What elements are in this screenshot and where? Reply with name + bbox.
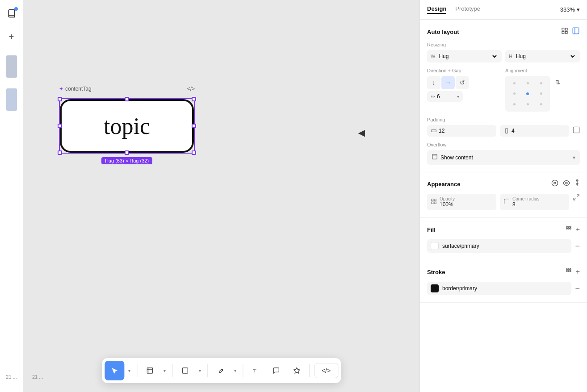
fill-header-icons: + <box>565 225 580 234</box>
align-ml[interactable] <box>508 89 520 98</box>
handle-mr[interactable] <box>192 124 196 128</box>
fill-title: Fill <box>427 226 436 233</box>
gap-field[interactable]: ⇔ 6 ▾ <box>427 91 463 102</box>
divider-4 <box>243 364 243 377</box>
shape-dropdown[interactable]: ▾ <box>196 361 205 380</box>
height-label: H <box>509 54 512 59</box>
alignment-label: Alignment <box>505 68 580 73</box>
select-dropdown[interactable]: ▾ <box>125 361 134 380</box>
direction-alignment-row: Direction + Gap ↓ → ↺ ⇔ 6 ▾ Alignment <box>427 68 580 112</box>
component-label-text: contentTag <box>65 86 92 92</box>
appearance-blend-icon[interactable] <box>574 179 580 188</box>
stroke-color-swatch <box>431 284 439 292</box>
opacity-field[interactable]: Opacity 100% <box>427 194 496 210</box>
handle-tm[interactable] <box>125 97 129 101</box>
dir-down-btn[interactable]: ↓ <box>427 76 440 89</box>
corner-icon <box>503 198 510 206</box>
bottom-toolbar: ▾ ▾ ▾ ▾ <box>102 358 341 383</box>
auto-layout-layout-icon[interactable] <box>572 27 580 37</box>
canvas-area: ✦ contentTag </> topic Hug (63) × Hug (3… <box>23 0 419 392</box>
horizontal-padding-field[interactable]: 12 <box>427 125 496 137</box>
text-tool-button[interactable]: T <box>246 361 265 380</box>
auto-layout-grid-icon[interactable] <box>561 27 568 36</box>
comment-tool-button[interactable] <box>266 361 286 380</box>
fill-add-icon[interactable]: + <box>576 225 580 234</box>
divider-2 <box>172 364 172 377</box>
alignment-group: Alignment ⇅ <box>505 68 580 112</box>
appearance-visibility-icon[interactable] <box>563 179 570 188</box>
svg-point-36 <box>568 269 569 270</box>
frame-tool-button[interactable] <box>140 361 159 380</box>
handle-bm[interactable] <box>125 150 129 155</box>
svg-point-40 <box>570 271 571 272</box>
divider-1 <box>137 364 137 377</box>
align-mm[interactable] <box>521 89 534 98</box>
height-field[interactable]: H Hug Fixed Fill <box>505 50 580 63</box>
v-padding-icon <box>503 128 510 134</box>
handle-ml[interactable] <box>58 124 62 128</box>
component-code-icon[interactable]: </> <box>187 86 195 92</box>
divider-3 <box>207 364 208 377</box>
handle-br[interactable] <box>192 150 196 155</box>
appearance-mask-icon[interactable] <box>551 179 558 188</box>
panel-header: Design Prototype 333% ▾ <box>420 0 587 20</box>
width-field[interactable]: W Hug Fixed Fill <box>427 50 502 63</box>
width-select[interactable]: Hug Fixed Fill <box>437 53 498 60</box>
add-icon[interactable]: + <box>4 29 20 45</box>
overflow-dropdown[interactable]: Show content ▾ <box>427 150 580 165</box>
align-bm[interactable] <box>521 100 534 109</box>
resizing-row: W Hug Fixed Fill H Hug Fixed Fill <box>427 50 580 63</box>
shape-tool-button[interactable] <box>175 361 195 380</box>
fill-color-name: surface/primary <box>442 243 479 249</box>
vertical-padding-field[interactable]: 4 <box>500 125 569 137</box>
align-adjust-icon[interactable]: ⇅ <box>553 76 563 88</box>
select-tool-button[interactable] <box>105 361 124 380</box>
align-br[interactable] <box>535 100 547 109</box>
align-mr[interactable] <box>535 89 547 98</box>
handle-bl[interactable] <box>58 150 62 155</box>
handle-tr[interactable] <box>192 97 196 101</box>
svg-rect-8 <box>565 31 567 33</box>
canvas-component[interactable]: ✦ contentTag </> topic Hug (63) × Hug (3… <box>59 98 195 154</box>
dir-right-btn[interactable]: → <box>441 76 455 89</box>
stroke-add-icon[interactable]: + <box>576 268 580 276</box>
stroke-color-container[interactable]: border/primary <box>427 282 571 295</box>
corner-radius-field[interactable]: Corner radius 8 <box>500 194 569 210</box>
link-padding-icon[interactable] <box>573 126 580 135</box>
height-select[interactable]: Hug Fixed Fill <box>514 53 576 60</box>
component-label-icon: ✦ <box>59 86 63 92</box>
pen-tool-button[interactable] <box>210 361 230 380</box>
code-button[interactable]: </> <box>314 363 338 378</box>
align-tl[interactable] <box>508 79 520 88</box>
component-frame[interactable]: topic Hug (63) × Hug (32) <box>59 98 195 154</box>
svg-point-32 <box>566 228 567 229</box>
align-tm[interactable] <box>521 79 534 88</box>
fill-styles-icon[interactable] <box>565 225 572 234</box>
svg-point-30 <box>568 226 569 228</box>
handle-tl[interactable] <box>58 97 62 101</box>
align-bl[interactable] <box>508 100 520 109</box>
padding-row: 12 4 <box>427 125 580 137</box>
tab-design[interactable]: Design <box>427 5 446 14</box>
tab-prototype[interactable]: Prototype <box>455 5 480 14</box>
book-icon[interactable] <box>4 5 20 21</box>
stroke-remove-icon[interactable]: − <box>575 284 580 293</box>
gap-dropdown[interactable]: ▾ <box>457 94 459 99</box>
expand-corners-icon[interactable] <box>573 194 580 210</box>
dir-rotate-btn[interactable]: ↺ <box>456 76 469 89</box>
overflow-dropdown-icon <box>432 154 438 161</box>
stroke-styles-icon[interactable] <box>565 267 572 276</box>
stroke-row: border/primary − <box>427 282 580 295</box>
plugin-tool-button[interactable] <box>287 361 306 380</box>
fill-remove-icon[interactable]: − <box>575 242 580 251</box>
frame-dropdown[interactable]: ▾ <box>160 361 169 380</box>
fill-color-container[interactable]: surface/primary <box>427 239 571 253</box>
topic-card: topic <box>60 99 194 153</box>
divider-5 <box>309 364 310 377</box>
align-tr[interactable] <box>535 79 547 88</box>
alignment-grid <box>505 76 550 112</box>
svg-rect-14 <box>506 129 508 133</box>
panel-zoom[interactable]: 333% ▾ <box>560 6 580 13</box>
opacity-icon <box>431 198 437 206</box>
pen-dropdown[interactable]: ▾ <box>231 361 240 380</box>
